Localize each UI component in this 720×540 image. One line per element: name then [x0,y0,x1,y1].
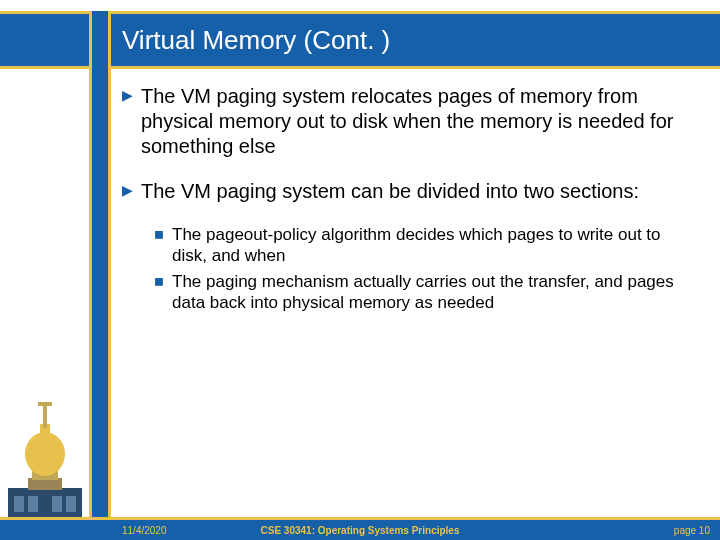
svg-point-7 [25,432,65,476]
triangle-bullet-icon: ▶ [122,179,133,201]
content-area: ▶ The VM paging system relocates pages o… [122,84,680,317]
bullet-text: The VM paging system can be divided into… [141,179,639,204]
svg-rect-2 [28,496,38,512]
slide-title: Virtual Memory (Cont. ) [122,14,390,66]
bullet-level2: ◼ The pageout-policy algorithm decides w… [154,224,680,267]
bullet-text: The pageout-policy algorithm decides whi… [172,224,680,267]
square-bullet-icon: ◼ [154,271,164,291]
footer-page-number: page 10 [674,525,710,536]
svg-rect-4 [66,496,76,512]
bullet-level2: ◼ The paging mechanism actually carries … [154,271,680,314]
bullet-text: The VM paging system relocates pages of … [141,84,680,159]
bullet-level1: ▶ The VM paging system can be divided in… [122,179,680,204]
svg-rect-1 [14,496,24,512]
footer-date: 11/4/2020 [122,525,167,536]
sub-bullet-group: ◼ The pageout-policy algorithm decides w… [154,224,680,313]
footer-course: CSE 30341: Operating Systems Principles [261,525,460,536]
vertical-accent-bar [92,11,108,540]
svg-rect-3 [52,496,62,512]
bullet-level1: ▶ The VM paging system relocates pages o… [122,84,680,159]
triangle-bullet-icon: ▶ [122,84,133,106]
svg-rect-10 [38,402,52,406]
dome-logo-icon [2,400,88,520]
svg-rect-9 [43,406,47,428]
footer-bar: 11/4/2020 CSE 30341: Operating Systems P… [0,520,720,540]
slide: Virtual Memory (Cont. ) ▶ The VM paging … [0,0,720,540]
bullet-text: The paging mechanism actually carries ou… [172,271,680,314]
square-bullet-icon: ◼ [154,224,164,244]
